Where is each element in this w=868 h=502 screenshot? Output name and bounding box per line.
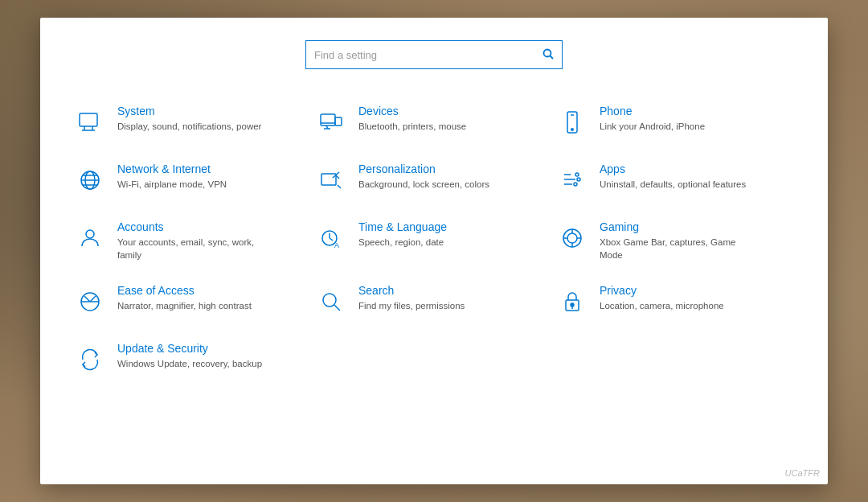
- setting-title-search: Search: [358, 284, 465, 297]
- setting-text-privacy: Privacy Location, camera, microphone: [600, 284, 724, 312]
- svg-line-22: [338, 185, 341, 188]
- search-bar: [305, 40, 563, 69]
- svg-line-42: [84, 296, 90, 302]
- svg-line-45: [334, 305, 340, 311]
- network-icon: [72, 163, 108, 198]
- system-icon: [72, 105, 108, 140]
- setting-text-devices: Devices Bluetooth, printers, mouse: [358, 105, 466, 133]
- svg-text:A: A: [334, 241, 339, 249]
- setting-title-accounts: Accounts: [117, 220, 266, 233]
- apps-icon: [555, 163, 590, 198]
- time-icon: A: [313, 220, 349, 256]
- setting-desc-privacy: Location, camera, microphone: [600, 299, 724, 312]
- settings-window: System Display, sound, notifications, po…: [40, 18, 828, 484]
- setting-desc-accounts: Your accounts, email, sync, work, family: [117, 236, 266, 261]
- ease-icon: [72, 284, 108, 319]
- setting-text-gaming: Gaming Xbox Game Bar, captures, Game Mod…: [600, 220, 748, 261]
- svg-point-35: [567, 233, 577, 243]
- accounts-icon: [72, 220, 108, 256]
- setting-desc-search: Find my files, permissions: [358, 299, 465, 312]
- privacy-icon: [555, 284, 590, 319]
- setting-item-system[interactable]: System Display, sound, notifications, po…: [72, 93, 313, 151]
- svg-rect-6: [321, 114, 335, 126]
- setting-text-time: Time & Language Speech, region, date: [358, 220, 447, 249]
- svg-line-1: [551, 56, 554, 59]
- setting-title-update: Update & Security: [117, 342, 262, 355]
- watermark: UCaTFR: [785, 468, 820, 478]
- setting-desc-update: Windows Update, recovery, backup: [117, 357, 262, 370]
- search-icon: [542, 48, 554, 62]
- svg-rect-7: [335, 117, 342, 126]
- setting-text-apps: Apps Uninstall, defaults, optional featu…: [600, 163, 746, 191]
- setting-title-devices: Devices: [358, 105, 466, 117]
- setting-item-personalization[interactable]: Personalization Background, lock screen,…: [313, 151, 555, 209]
- setting-item-accounts[interactable]: Accounts Your accounts, email, sync, wor…: [72, 209, 313, 273]
- svg-line-32: [330, 238, 333, 241]
- gaming-icon: [555, 220, 590, 256]
- svg-point-0: [544, 49, 551, 56]
- setting-desc-system: Display, sound, notifications, power: [117, 120, 261, 133]
- setting-desc-devices: Bluetooth, printers, mouse: [358, 120, 466, 133]
- search-input[interactable]: [314, 49, 542, 61]
- setting-title-network: Network & Internet: [117, 163, 227, 175]
- setting-item-search[interactable]: Search Find my files, permissions: [313, 273, 555, 331]
- setting-title-personalization: Personalization: [358, 163, 489, 175]
- setting-text-phone: Phone Link your Android, iPhone: [600, 105, 705, 133]
- setting-text-accounts: Accounts Your accounts, email, sync, wor…: [117, 220, 266, 261]
- setting-item-privacy[interactable]: Privacy Location, camera, microphone: [555, 273, 796, 331]
- phone-icon: [555, 105, 590, 140]
- setting-item-network[interactable]: Network & Internet Wi-Fi, airplane mode,…: [72, 151, 313, 209]
- svg-point-13: [571, 129, 573, 130]
- setting-text-search: Search Find my files, permissions: [358, 284, 465, 312]
- settings-grid: System Display, sound, notifications, po…: [72, 93, 796, 389]
- setting-item-apps[interactable]: Apps Uninstall, defaults, optional featu…: [555, 151, 796, 209]
- setting-desc-personalization: Background, lock screen, colors: [358, 178, 489, 191]
- setting-item-update[interactable]: Update & Security Windows Update, recove…: [72, 331, 313, 389]
- setting-item-ease[interactable]: Ease of Access Narrator, magnifier, high…: [72, 273, 313, 331]
- setting-text-system: System Display, sound, notifications, po…: [117, 105, 261, 133]
- svg-point-44: [323, 294, 336, 307]
- setting-desc-phone: Link your Android, iPhone: [600, 120, 705, 133]
- setting-desc-time: Speech, region, date: [358, 236, 447, 249]
- search-bar-wrapper: [72, 40, 796, 69]
- setting-desc-apps: Uninstall, defaults, optional features: [600, 178, 746, 191]
- setting-text-personalization: Personalization Background, lock screen,…: [358, 163, 489, 191]
- setting-item-gaming[interactable]: Gaming Xbox Game Bar, captures, Game Mod…: [555, 209, 796, 273]
- setting-text-ease: Ease of Access Narrator, magnifier, high…: [117, 284, 252, 312]
- setting-title-time: Time & Language: [358, 220, 447, 233]
- svg-rect-19: [321, 174, 336, 185]
- setting-desc-ease: Narrator, magnifier, high contrast: [117, 299, 252, 312]
- svg-line-43: [90, 296, 96, 302]
- setting-title-gaming: Gaming: [600, 220, 748, 233]
- update-icon: [72, 342, 108, 377]
- personalization-icon: [313, 163, 349, 198]
- setting-title-phone: Phone: [600, 105, 705, 117]
- setting-item-time[interactable]: A Time & Language Speech, region, date: [313, 209, 555, 273]
- svg-point-26: [575, 173, 579, 176]
- svg-point-29: [86, 230, 94, 238]
- setting-text-network: Network & Internet Wi-Fi, airplane mode,…: [117, 163, 227, 191]
- setting-item-devices[interactable]: Devices Bluetooth, printers, mouse: [313, 93, 555, 151]
- setting-title-system: System: [117, 105, 261, 117]
- svg-point-28: [574, 183, 577, 186]
- svg-point-47: [571, 303, 574, 307]
- svg-rect-2: [80, 113, 97, 126]
- setting-desc-gaming: Xbox Game Bar, captures, Game Mode: [600, 236, 748, 261]
- setting-text-update: Update & Security Windows Update, recove…: [117, 342, 262, 370]
- devices-icon: [313, 105, 349, 140]
- svg-point-27: [577, 178, 580, 181]
- setting-title-ease: Ease of Access: [117, 284, 252, 297]
- setting-title-privacy: Privacy: [600, 284, 724, 297]
- setting-desc-network: Wi-Fi, airplane mode, VPN: [117, 178, 227, 191]
- setting-title-apps: Apps: [600, 163, 746, 175]
- search-icon: [313, 284, 349, 319]
- setting-item-phone[interactable]: Phone Link your Android, iPhone: [555, 93, 796, 151]
